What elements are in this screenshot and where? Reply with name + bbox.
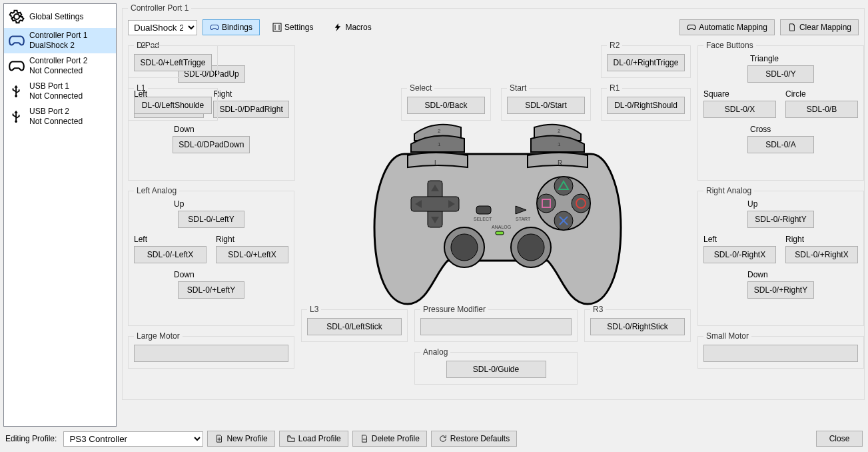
sidebar-item-sublabel: Not Connected <box>29 66 87 76</box>
group-face-buttons: Face Buttons Triangle SDL-0/Y Square SDL… <box>697 41 864 181</box>
gear-icon <box>8 8 25 25</box>
group-right-analog: Right Analog Up SDL-0/-RightY Left SDL-0… <box>697 186 864 326</box>
svg-rect-15 <box>476 206 491 214</box>
sidebar-item-label: USB Port 1 <box>29 81 83 91</box>
svg-text:R: R <box>558 159 562 167</box>
bind-rstick-right[interactable]: SDL-0/+RightX <box>785 246 858 263</box>
svg-text:2: 2 <box>558 128 561 134</box>
group-select: Select SDL-0/Back <box>401 83 491 121</box>
group-r3: R3 SDL-0/RightStick <box>584 305 691 342</box>
tab-settings[interactable]: Settings <box>265 19 320 35</box>
bind-square[interactable]: SDL-0/X <box>703 101 776 118</box>
delete-profile-button[interactable]: Delete Profile <box>352 431 427 447</box>
sidebar-item-sublabel: Not Connected <box>29 117 83 127</box>
bind-dpad-down[interactable]: SDL-0/DPadDown <box>173 136 250 153</box>
sidebar-item-usb-port-2[interactable]: USB Port 2 Not Connected <box>4 104 116 129</box>
sidebar-item-label: Controller Port 2 <box>29 56 87 66</box>
gamepad-icon <box>687 23 696 32</box>
group-l1: L1 DL-0/LeftShoulde <box>128 83 218 121</box>
svg-text:START: START <box>516 217 531 221</box>
controller-type-select[interactable]: DualShock 2 <box>128 20 197 35</box>
bind-circle[interactable]: SDL-0/B <box>785 101 858 118</box>
profile-select[interactable]: PS3 Controller <box>63 431 203 447</box>
bind-large-motor[interactable] <box>134 345 288 362</box>
bind-small-motor[interactable] <box>703 345 858 362</box>
group-large-motor: Large Motor <box>128 331 294 369</box>
lightning-icon <box>333 23 342 32</box>
group-l3: L3 SDL-0/LeftStick <box>301 305 408 342</box>
sidebar: Global Settings Controller Port 1 DualSh… <box>3 3 117 427</box>
sidebar-item-label: Controller Port 1 <box>29 31 87 41</box>
bind-r1[interactable]: DL-0/RightShould <box>607 97 685 114</box>
svg-text:SELECT: SELECT <box>474 217 492 221</box>
file-minus-icon <box>360 434 369 443</box>
svg-point-23 <box>537 194 556 213</box>
usb-icon <box>8 108 25 125</box>
close-button[interactable]: Close <box>816 431 863 447</box>
controller-diagram: 2 2 1 1 L R <box>368 121 628 307</box>
svg-text:ANALOG: ANALOG <box>492 225 511 229</box>
bind-rstick-left[interactable]: SDL-0/-RightX <box>703 246 776 263</box>
group-l2: L2 SDL-0/+LeftTrigge <box>128 41 218 78</box>
sidebar-item-controller-port-1[interactable]: Controller Port 1 DualShock 2 <box>4 28 116 53</box>
group-r2: R2 DL-0/+RightTrigge <box>601 41 691 78</box>
svg-text:L: L <box>434 159 438 167</box>
tab-macros[interactable]: Macros <box>326 19 378 35</box>
page-title: Controller Port 1 <box>128 3 191 13</box>
gamepad-icon <box>8 57 25 75</box>
group-analog: Analog SDL-0/Guide <box>414 347 578 385</box>
svg-text:2: 2 <box>438 128 441 134</box>
controller-port-fieldset: Controller Port 1 DualShock 2 Bindings S… <box>122 3 865 400</box>
bind-lstick-up[interactable]: SDL-0/-LeftY <box>178 211 244 228</box>
group-small-motor: Small Motor <box>697 331 864 369</box>
tab-bindings[interactable]: Bindings <box>203 19 260 35</box>
automatic-mapping-button[interactable]: Automatic Mapping <box>679 19 775 35</box>
gamepad-icon <box>8 32 25 49</box>
toolbar: DualShock 2 Bindings Settings Macros <box>128 17 859 41</box>
bind-cross[interactable]: SDL-0/A <box>747 136 814 153</box>
bind-rstick-up[interactable]: SDL-0/-RightY <box>747 211 814 228</box>
bind-rstick-down[interactable]: SDL-0/+RightY <box>747 281 814 299</box>
sidebar-item-controller-port-2[interactable]: Controller Port 2 Not Connected <box>4 53 116 79</box>
bind-analog[interactable]: SDL-0/Guide <box>446 361 546 378</box>
bind-pressure[interactable] <box>420 318 572 335</box>
svg-point-32 <box>451 234 478 261</box>
bind-dpad-right[interactable]: SDL-0/DPadRight <box>213 101 288 118</box>
group-pressure: Pressure Modifier <box>414 305 578 342</box>
footer: Editing Profile: PS3 Controller New Prof… <box>0 427 868 452</box>
gamepad-icon <box>210 23 219 32</box>
new-profile-button[interactable]: New Profile <box>207 431 274 447</box>
clear-mapping-button[interactable]: Clear Mapping <box>780 19 859 35</box>
bind-l2[interactable]: SDL-0/+LeftTrigge <box>134 54 212 71</box>
refresh-icon <box>438 434 448 443</box>
bind-triangle[interactable]: SDL-0/Y <box>747 65 814 83</box>
bind-l3[interactable]: SDL-0/LeftStick <box>307 318 402 335</box>
bind-start[interactable]: SDL-0/Start <box>507 97 585 114</box>
svg-point-22 <box>554 177 573 195</box>
bind-l1[interactable]: DL-0/LeftShoulde <box>134 97 212 114</box>
group-r1: R1 DL-0/RightShould <box>601 83 691 121</box>
bind-r3[interactable]: SDL-0/RightStick <box>590 318 685 335</box>
bind-r2[interactable]: DL-0/+RightTrigge <box>607 54 685 71</box>
restore-defaults-button[interactable]: Restore Defaults <box>431 431 517 447</box>
sidebar-item-usb-port-1[interactable]: USB Port 1 Not Connected <box>4 79 116 104</box>
file-plus-icon <box>215 434 224 443</box>
group-start: Start SDL-0/Start <box>501 83 591 121</box>
svg-text:1: 1 <box>558 141 561 147</box>
sidebar-item-global-settings[interactable]: Global Settings <box>4 5 116 28</box>
bind-select[interactable]: SDL-0/Back <box>407 97 485 114</box>
sidebar-item-label: Global Settings <box>29 12 83 22</box>
bind-lstick-right[interactable]: SDL-0/+LeftX <box>216 246 288 263</box>
svg-point-34 <box>518 234 544 261</box>
bind-lstick-down[interactable]: SDL-0/+LeftY <box>178 281 244 299</box>
svg-point-24 <box>572 194 590 213</box>
load-profile-button[interactable]: Load Profile <box>279 431 348 447</box>
usb-icon <box>8 83 25 100</box>
bind-lstick-left[interactable]: SDL-0/-LeftX <box>134 246 207 263</box>
sidebar-item-label: USB Port 2 <box>29 107 83 117</box>
file-icon <box>787 23 797 32</box>
svg-rect-0 <box>273 23 281 31</box>
sliders-icon <box>272 23 282 32</box>
group-left-analog: Left Analog Up SDL-0/-LeftY Left SDL-0/-… <box>128 186 294 326</box>
sidebar-item-sublabel: Not Connected <box>29 91 83 101</box>
